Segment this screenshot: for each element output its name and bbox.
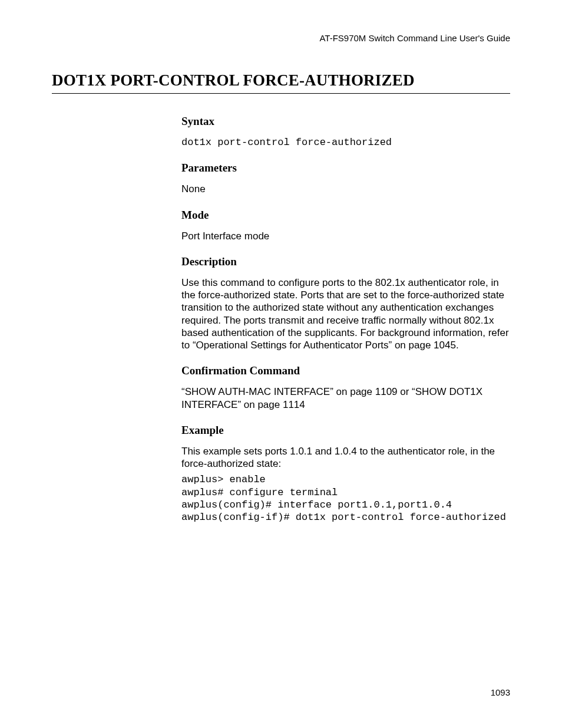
running-header: AT-FS970M Switch Command Line User's Gui… (52, 33, 510, 43)
command-title: DOT1X PORT-CONTROL FORCE-AUTHORIZED (52, 71, 510, 90)
heading-description: Description (181, 255, 510, 268)
confirmation-text: “SHOW AUTH-MAC INTERFACE” on page 1109 o… (181, 386, 510, 411)
content-block: Syntax dot1x port-control force-authoriz… (181, 115, 510, 523)
syntax-code: dot1x port-control force-authorized (181, 136, 510, 149)
heading-example: Example (181, 424, 510, 437)
page-container: AT-FS970M Switch Command Line User's Gui… (0, 0, 562, 728)
example-intro: This example sets ports 1.0.1 and 1.0.4 … (181, 445, 510, 470)
heading-mode: Mode (181, 209, 510, 222)
example-code: awplus> enable awplus# configure termina… (181, 473, 510, 523)
heading-parameters: Parameters (181, 162, 510, 174)
page-number: 1093 (491, 687, 510, 697)
parameters-text: None (181, 183, 510, 195)
title-rule (52, 93, 510, 94)
description-text: Use this command to configure ports to t… (181, 276, 510, 352)
heading-syntax: Syntax (181, 115, 510, 128)
mode-text: Port Interface mode (181, 230, 510, 242)
heading-confirmation: Confirmation Command (181, 364, 510, 377)
